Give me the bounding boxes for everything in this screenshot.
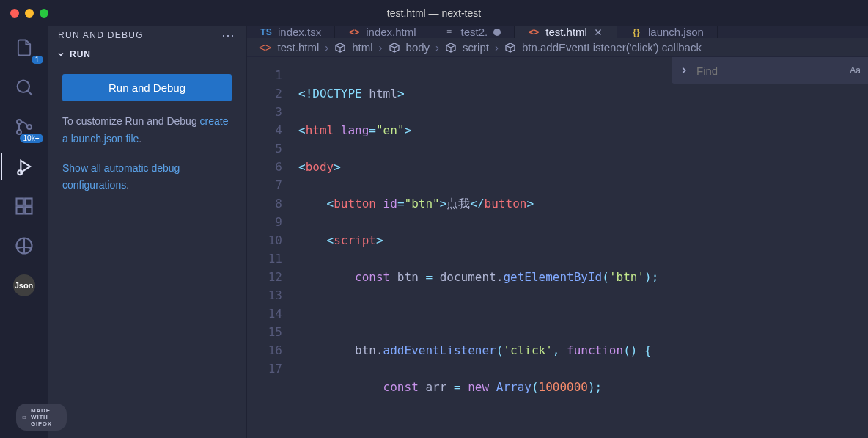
svg-rect-8	[25, 207, 32, 213]
show-auto-text: Show all automatic debug configurations.	[62, 160, 232, 195]
svg-point-1	[17, 120, 21, 124]
chevron-right-icon: ›	[325, 41, 328, 54]
close-window-button[interactable]	[10, 9, 19, 18]
run-debug-icon[interactable]	[12, 155, 36, 178]
run-and-debug-button[interactable]: Run and Debug	[62, 74, 232, 101]
sidebar-header: RUN AND DEBUG ⋯	[48, 26, 246, 45]
breadcrumb-item[interactable]: body	[406, 41, 430, 54]
tab-test-html[interactable]: <> test.html	[515, 26, 617, 38]
sidebar-title: RUN AND DEBUG	[58, 30, 144, 40]
breadcrumb[interactable]: <> test.html › html › body › script › bt…	[247, 38, 868, 57]
tab-index-html[interactable]: <> index.html	[335, 26, 430, 38]
scm-badge: 10k+	[20, 134, 43, 143]
tab-label: test2.	[461, 26, 488, 38]
symbol-icon	[445, 42, 457, 54]
svg-rect-7	[16, 207, 23, 213]
svg-point-2	[17, 130, 21, 134]
chevron-right-icon: ›	[435, 41, 439, 54]
sidebar-more-icon[interactable]: ⋯	[221, 32, 236, 39]
minimize-window-button[interactable]	[25, 9, 34, 18]
tab-index-tsx[interactable]: TS index.tsx	[247, 26, 335, 38]
activity-bar: 1 10k+ Json MADE WITH GIFOX	[0, 26, 48, 438]
html-file-icon: <>	[528, 26, 540, 38]
tab-bar: TS index.tsx <> index.html ≡ test2. <> t…	[247, 26, 868, 38]
breadcrumb-item[interactable]: test.html	[278, 41, 320, 54]
run-section-label: RUN	[70, 49, 91, 59]
editor-area: TS index.tsx <> index.html ≡ test2. <> t…	[247, 26, 868, 438]
symbol-icon	[504, 42, 516, 54]
source-control-icon[interactable]: 10k+	[12, 115, 36, 139]
json-tool-icon[interactable]: Json	[12, 274, 36, 297]
show-auto-config-link[interactable]: Show all automatic debug configurations	[62, 162, 180, 191]
code-editor[interactable]: <!DOCTYPE html> <html lang="en"> <body> …	[298, 57, 868, 438]
find-input[interactable]	[696, 65, 842, 77]
json-file-icon: {}	[630, 26, 642, 38]
tab-label: test.html	[545, 26, 587, 38]
chevron-down-icon	[56, 50, 65, 59]
chevron-right-icon[interactable]	[679, 65, 689, 76]
tab-test2[interactable]: ≡ test2.	[430, 26, 515, 38]
titlebar: test.html — next-test	[0, 0, 868, 26]
tab-launch-json[interactable]: {} launch.json	[617, 26, 718, 38]
dirty-indicator-icon	[493, 29, 501, 36]
chevron-right-icon: ›	[495, 41, 499, 54]
explorer-badge: 1	[32, 56, 43, 64]
ts-file-icon: TS	[260, 26, 272, 38]
symbol-icon	[389, 42, 400, 54]
window-title: test.html — next-test	[387, 7, 481, 19]
tab-label: index.html	[366, 26, 416, 38]
tab-label: launch.json	[648, 26, 704, 38]
tab-label: index.tsx	[278, 26, 321, 38]
line-number-gutter: 123 456 789 101112 131415 1617	[247, 57, 298, 438]
svg-point-4	[18, 170, 22, 175]
customize-text: To customize Run and Debug create a laun…	[62, 113, 232, 148]
search-icon[interactable]	[12, 76, 36, 99]
gifox-badge: MADE WITH GIFOX	[16, 404, 67, 431]
html-file-icon: <>	[348, 26, 360, 38]
svg-point-0	[17, 81, 29, 92]
chevron-right-icon: ›	[379, 41, 383, 54]
text-file-icon: ≡	[444, 26, 455, 38]
svg-rect-5	[16, 199, 23, 205]
explorer-icon[interactable]: 1	[12, 36, 36, 59]
breadcrumb-item[interactable]: html	[352, 41, 372, 54]
run-section-header[interactable]: RUN	[48, 45, 246, 64]
html-file-icon: <>	[259, 41, 272, 54]
breadcrumb-item[interactable]: script	[463, 41, 489, 54]
maximize-window-button[interactable]	[40, 9, 48, 18]
sidebar: RUN AND DEBUG ⋯ RUN Run and Debug To cus…	[48, 26, 247, 438]
svg-rect-6	[25, 199, 32, 205]
traffic-lights	[0, 9, 48, 18]
find-widget[interactable]: Aa	[672, 57, 868, 84]
extensions-icon[interactable]	[12, 194, 36, 218]
symbol-icon	[334, 42, 346, 54]
close-icon[interactable]	[593, 27, 603, 37]
match-case-toggle[interactable]: Aa	[850, 65, 861, 76]
remote-icon[interactable]	[12, 234, 36, 258]
breadcrumb-item[interactable]: btn.addEventListener('click') callback	[522, 41, 702, 54]
